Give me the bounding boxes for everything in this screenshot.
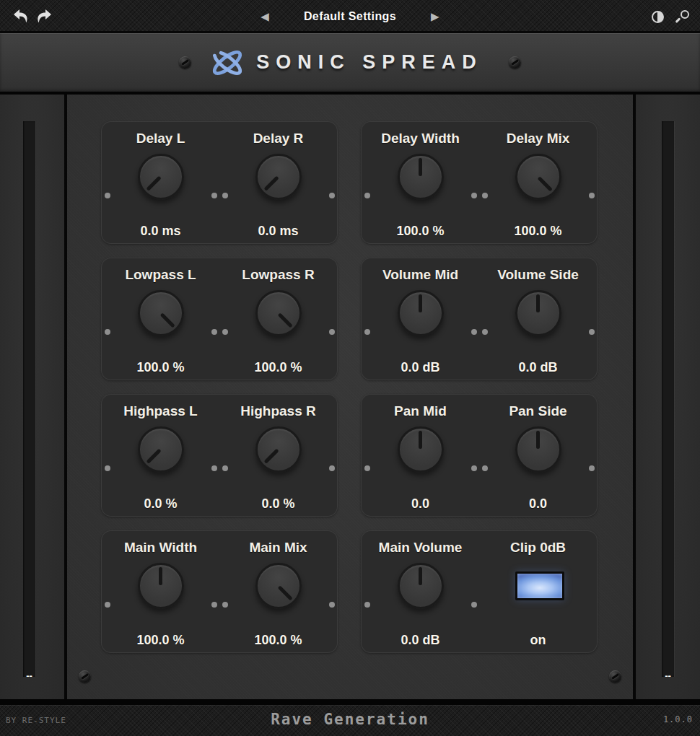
- knob-min-dot: [482, 193, 488, 198]
- pan-mid-label: Pan Mid: [394, 403, 447, 420]
- highpass-l-label: Highpass L: [123, 403, 197, 420]
- screw-icon: [79, 670, 91, 683]
- pan-mid-value: 0.0: [411, 496, 429, 512]
- knob-max-dot: [329, 193, 335, 198]
- knob-min-dot: [364, 329, 370, 335]
- version-text: 1.0.0: [663, 714, 693, 724]
- lowpass-l-knob[interactable]: [138, 290, 184, 336]
- magnifier-icon: [675, 9, 690, 24]
- knob-min-dot: [222, 602, 228, 608]
- delay-mix-value: 100.0 %: [514, 224, 561, 239]
- delay-width-knob[interactable]: [398, 154, 444, 200]
- control-grid: Delay L 0.0 ms Delay R 0.0 ms Delay Widt…: [101, 121, 598, 653]
- volume-side-knob[interactable]: [515, 290, 561, 336]
- control-group: Delay L 0.0 ms Delay R 0.0 ms: [101, 121, 338, 244]
- lowpass-l-value: 100.0 %: [136, 360, 184, 375]
- lowpass-r-knob[interactable]: [255, 290, 302, 336]
- highpass-l-value: 0.0 %: [144, 496, 177, 512]
- delay-l-value: 0.0 ms: [140, 224, 180, 239]
- clip-0db-label: Clip 0dB: [510, 539, 566, 556]
- preset-name[interactable]: Default Settings: [304, 10, 396, 23]
- contrast-icon: [652, 11, 664, 23]
- screw-icon: [179, 56, 191, 69]
- main-width-control: Main Width 100.0 %: [102, 531, 219, 652]
- pan-side-value: 0.0: [529, 496, 547, 512]
- undo-button[interactable]: [10, 6, 32, 27]
- pan-mid-knob[interactable]: [398, 426, 444, 473]
- knob-max-dot: [211, 602, 217, 608]
- delay-width-label: Delay Width: [381, 130, 460, 147]
- main-width-value: 100.0 %: [136, 633, 184, 648]
- preset-prev-button[interactable]: ◀: [259, 10, 271, 24]
- delay-r-label: Delay R: [253, 130, 304, 147]
- delay-width-value: 100.0 %: [396, 224, 444, 239]
- delay-r-control: Delay R 0.0 ms: [219, 122, 337, 243]
- volume-side-value: 0.0 dB: [518, 360, 557, 375]
- knob-max-dot: [471, 329, 477, 335]
- knob-pointer: [400, 565, 442, 607]
- main-panel: Delay L 0.0 ms Delay R 0.0 ms Delay Widt…: [67, 95, 633, 699]
- pan-mid-control: Pan Mid 0.0: [362, 395, 479, 516]
- knob-max-dot: [589, 329, 595, 335]
- highpass-l-knob[interactable]: [138, 426, 184, 473]
- zoom-button[interactable]: [674, 8, 691, 25]
- delay-r-knob[interactable]: [255, 154, 302, 200]
- knob-min-dot: [364, 193, 370, 198]
- main-volume-control: Main Volume 0.0 dB: [362, 531, 479, 652]
- sonic-spread-logo-icon: [207, 44, 248, 82]
- delay-r-value: 0.0 ms: [258, 224, 298, 239]
- pan-side-label: Pan Side: [509, 403, 566, 420]
- titlebar: ◀ Default Settings ▶: [0, 0, 700, 33]
- knob-pointer: [131, 420, 190, 479]
- meter-panel-right: --: [636, 95, 700, 699]
- highpass-l-control: Highpass L 0.0 %: [102, 395, 219, 516]
- main-mix-label: Main Mix: [249, 539, 307, 556]
- meter-readout-left: --: [23, 671, 35, 680]
- delay-mix-knob[interactable]: [515, 154, 561, 200]
- pan-side-knob[interactable]: [515, 426, 561, 473]
- knob-pointer: [140, 565, 182, 607]
- knob-max-dot: [329, 329, 335, 335]
- screw-icon: [609, 670, 621, 683]
- lowpass-r-value: 100.0 %: [254, 360, 302, 375]
- highpass-r-label: Highpass R: [240, 403, 316, 420]
- delay-mix-control: Delay Mix 100.0 %: [479, 122, 597, 243]
- highpass-r-value: 0.0 %: [261, 496, 294, 512]
- highpass-r-control: Highpass R 0.0 %: [219, 395, 337, 516]
- main-width-knob[interactable]: [138, 563, 184, 609]
- product-name: Rave Generation: [0, 711, 700, 728]
- delay-mix-label: Delay Mix: [507, 130, 570, 147]
- knob-max-dot: [471, 465, 477, 471]
- undo-icon: [12, 7, 30, 26]
- delay-l-knob[interactable]: [138, 154, 184, 200]
- main-mix-knob[interactable]: [255, 563, 302, 609]
- knob-pointer: [400, 156, 442, 198]
- highpass-r-knob[interactable]: [255, 426, 302, 473]
- control-group: Delay Width 100.0 % Delay Mix 100.0 %: [361, 121, 598, 244]
- meter-panel-left: --: [0, 95, 64, 699]
- volume-mid-knob[interactable]: [398, 290, 444, 336]
- main-volume-knob[interactable]: [398, 563, 444, 609]
- redo-icon: [35, 7, 53, 26]
- main-mix-control: Main Mix 100.0 %: [219, 531, 337, 652]
- preset-next-button[interactable]: ▶: [429, 10, 441, 24]
- clip-0db-value: on: [530, 633, 546, 648]
- knob-pointer: [248, 147, 307, 206]
- clip-0db-toggle[interactable]: [515, 571, 564, 600]
- knob-pointer: [131, 284, 190, 343]
- knob-max-dot: [211, 465, 217, 471]
- volume-mid-value: 0.0 dB: [401, 360, 439, 375]
- clip-0db-control: Clip 0dB on: [479, 531, 597, 652]
- preset-navigator: ◀ Default Settings ▶: [259, 0, 440, 33]
- level-meter-left: [23, 121, 35, 677]
- knob-max-dot: [589, 193, 595, 198]
- redo-button[interactable]: [33, 6, 55, 27]
- level-meter-right: [662, 121, 674, 677]
- knob-pointer: [508, 147, 567, 206]
- knob-min-dot: [105, 602, 110, 608]
- control-group: Volume Mid 0.0 dB Volume Side 0.0 dB: [361, 258, 598, 380]
- pan-side-control: Pan Side 0.0: [479, 395, 597, 516]
- knob-min-dot: [105, 329, 110, 335]
- contrast-theme-button[interactable]: [649, 8, 666, 25]
- knob-pointer: [248, 420, 307, 479]
